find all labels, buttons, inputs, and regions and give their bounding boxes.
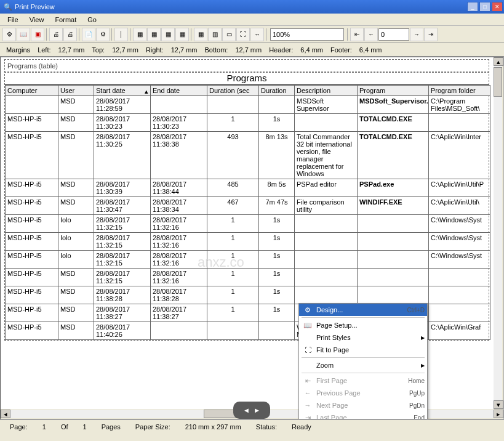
page-nav-overlay[interactable]: ◄ ► xyxy=(233,402,270,419)
last-page-icon[interactable]: ⇥ xyxy=(424,28,438,41)
minimize-button[interactable]: _ xyxy=(467,2,478,12)
menu-item-label: Page Setup... xyxy=(314,322,425,329)
print-icon[interactable]: 🖨 xyxy=(49,28,63,41)
table-cell: MSD xyxy=(58,322,94,340)
grid4-icon[interactable]: ▦ xyxy=(175,28,189,41)
print-setup-icon[interactable]: 🖨 xyxy=(63,28,77,41)
page-setup-icon[interactable]: 📄 xyxy=(82,28,95,41)
table-cell: 485 xyxy=(207,179,259,197)
table-cell: 1 xyxy=(207,286,259,304)
design-icon[interactable]: ⚙ xyxy=(2,28,16,41)
status-status-val: Ready xyxy=(284,423,319,431)
menu-format[interactable]: Format xyxy=(50,15,81,25)
table-cell: 1s xyxy=(259,286,295,304)
nav-left-icon[interactable]: ◄ xyxy=(243,407,250,414)
split-icon[interactable]: │ xyxy=(114,28,128,41)
column-header[interactable]: Program xyxy=(358,86,429,96)
first-page-icon[interactable]: ⇤ xyxy=(350,28,364,41)
context-menu-item[interactable]: ⚙Design...Ctrl+D xyxy=(299,304,427,316)
table-title: Programs xyxy=(5,71,489,85)
report-table-wrap: Programs ComputerUserStart date▴End date… xyxy=(4,71,489,341)
menu-item-icon: ⛶ xyxy=(302,346,314,354)
grid2-icon[interactable]: ▦ xyxy=(147,28,161,41)
table-cell: MSD xyxy=(58,114,94,132)
status-paper-val: 210 mm x 297 mm xyxy=(178,423,249,431)
maximize-button[interactable]: □ xyxy=(479,2,490,12)
table-cell: 1 xyxy=(207,233,259,251)
table-row: MSD-HP-i5Iolo28/08/2017 11:32:1528/08/20… xyxy=(6,215,490,233)
menu-view[interactable]: View xyxy=(25,15,49,25)
table-cell: MSD xyxy=(58,304,94,322)
menu-item-shortcut: End xyxy=(414,415,425,420)
table-cell: MSD-HP-i5 xyxy=(6,269,58,286)
table-cell: Iolo xyxy=(58,251,94,269)
scroll-down-icon[interactable]: ▾ xyxy=(494,400,503,409)
column-header[interactable]: Description xyxy=(295,86,358,96)
scroll-left-icon[interactable]: ◂ xyxy=(1,410,10,418)
table-row: MSD-HP-i5Iolo28/08/2017 11:32:1528/08/20… xyxy=(6,251,490,269)
context-menu-item[interactable]: ⛶Fit to Page xyxy=(299,344,427,356)
next-page-icon[interactable]: → xyxy=(410,28,423,41)
table-cell xyxy=(429,269,490,286)
nav-right-icon[interactable]: ► xyxy=(254,407,260,414)
table-cell: C:\AplicWin\Util\P xyxy=(429,179,490,197)
table-cell: 28/08/2017 11:32:15 xyxy=(94,251,151,269)
table-cell: MSD-HP-i5 xyxy=(6,304,58,322)
context-menu-item: ←Previous PagePgUp xyxy=(299,387,427,399)
scroll-up-icon[interactable]: ▴ xyxy=(494,57,503,66)
table-cell: 8m 5s xyxy=(259,179,295,197)
column-header[interactable]: Computer xyxy=(6,86,58,96)
context-menu-item[interactable]: Print Styles▶ xyxy=(299,331,427,344)
context-menu-item: ⇥Last PageEnd xyxy=(299,411,427,419)
column-header[interactable]: Duration (sec xyxy=(207,86,259,96)
open-book-icon[interactable]: 📖 xyxy=(17,28,30,41)
table-cell: 28/08/2017 11:38:34 xyxy=(151,197,207,215)
table-cell: 28/08/2017 11:38:28 xyxy=(151,286,207,304)
thumbs-icon[interactable]: ▦ xyxy=(194,28,207,41)
menu-go[interactable]: Go xyxy=(82,15,102,25)
wide-icon[interactable]: ↔ xyxy=(250,28,264,41)
options-icon[interactable]: ⚙ xyxy=(96,28,110,41)
context-menu-item[interactable]: 📖Page Setup... xyxy=(299,319,427,331)
column-header[interactable]: End date xyxy=(151,86,207,96)
table-cell: C:\AplicWin\Graf xyxy=(429,322,490,340)
column-header[interactable]: Start date▴ xyxy=(94,86,151,96)
menu-item-shortcut: PgDn xyxy=(409,402,425,409)
column-header[interactable]: Program folder xyxy=(429,86,490,96)
table-row: MSD-HP-i5MSD28/08/2017 11:30:4728/08/201… xyxy=(6,197,490,215)
fit-icon[interactable]: ⛶ xyxy=(236,28,250,41)
ruler-icon[interactable]: ▭ xyxy=(222,28,236,41)
table-cell: C:\Program Files\MSD_Soft\ xyxy=(429,96,490,114)
page-input[interactable] xyxy=(378,28,409,41)
table-cell: 8m 13s xyxy=(259,132,295,179)
scroll-v-thumb[interactable] xyxy=(494,67,502,97)
columns-icon[interactable]: ▥ xyxy=(208,28,222,41)
prev-page-icon[interactable]: ← xyxy=(364,28,378,41)
header-value: 6,4 mm xyxy=(297,46,327,54)
vertical-scrollbar[interactable]: ▴ ▾ xyxy=(494,57,503,419)
menu-item-shortcut: PgUp xyxy=(409,390,425,397)
zoom-select[interactable] xyxy=(270,28,344,41)
table-cell xyxy=(429,304,490,322)
column-header[interactable]: Duration xyxy=(259,86,295,96)
column-header[interactable]: User xyxy=(58,86,94,96)
menu-file[interactable]: File xyxy=(2,15,23,25)
context-menu-item[interactable]: Zoom▶ xyxy=(299,359,427,371)
status-page-cur: 1 xyxy=(35,423,54,431)
table-cell xyxy=(358,251,429,269)
menu-bar: File View Format Go xyxy=(0,14,504,26)
table-cell xyxy=(6,96,58,114)
close-button[interactable]: ✕ xyxy=(492,2,503,12)
scroll-right-icon[interactable]: ▸ xyxy=(494,410,503,418)
table-cell: 1 xyxy=(207,304,259,322)
table-cell xyxy=(295,286,358,304)
grid1-icon[interactable]: ▦ xyxy=(133,28,146,41)
pdf-icon[interactable]: ▣ xyxy=(31,28,44,41)
table-row: MSD-HP-i5MSD28/08/2017 11:30:3928/08/201… xyxy=(6,179,490,197)
grid3-icon[interactable]: ▦ xyxy=(161,28,175,41)
status-page-lbl: Page: xyxy=(2,423,35,431)
table-cell: MSD-HP-i5 xyxy=(6,215,58,233)
context-menu: ⚙Design...Ctrl+D📖Page Setup...Print Styl… xyxy=(298,303,428,419)
table-cell xyxy=(259,322,295,340)
table-cell: MSD-HP-i5 xyxy=(6,233,58,251)
